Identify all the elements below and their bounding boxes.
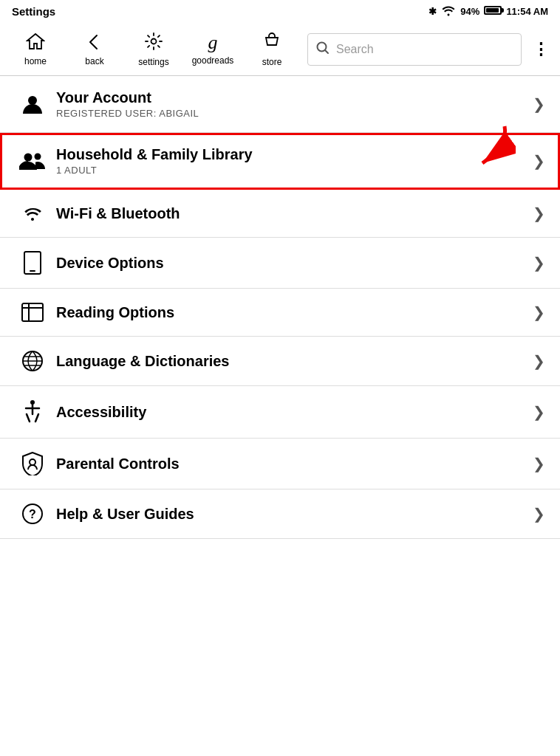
settings-list: Your Account REGISTERED USER: ABIGAIL ❯ [0, 76, 560, 539]
household-subtitle: 1 ADULT [56, 165, 533, 176]
device-text: Device Options [50, 255, 533, 272]
language-icon [15, 350, 50, 372]
help-chevron: ❯ [533, 505, 545, 523]
language-chevron: ❯ [533, 352, 545, 370]
search-icon [315, 41, 330, 58]
goodreads-label: goodreads [192, 55, 234, 66]
account-chevron: ❯ [533, 95, 545, 113]
svg-point-0 [151, 38, 157, 44]
language-title: Language & Dictionaries [56, 353, 533, 370]
wifi-bt-icon [15, 203, 50, 224]
svg-text:?: ? [29, 508, 36, 520]
svg-point-5 [35, 154, 41, 160]
reading-title: Reading Options [56, 304, 533, 321]
more-menu-button[interactable]: ⋮ [527, 33, 554, 66]
back-label: back [85, 56, 103, 66]
parental-title: Parental Controls [56, 456, 533, 472]
nav-home[interactable]: home [6, 23, 65, 76]
settings-item-accessibility[interactable]: Accessibility ❯ [0, 386, 560, 439]
status-bar: Settings ✱ 94% 11:54 AM [0, 0, 560, 23]
wifi-title: Wi-Fi & Bluetooth [56, 205, 533, 222]
device-icon [15, 251, 50, 275]
settings-item-help[interactable]: ? Help & User Guides ❯ [0, 489, 560, 539]
svg-point-4 [24, 154, 33, 162]
settings-item-household[interactable]: Household & Family Library 1 ADULT ❯ [0, 133, 560, 190]
accessibility-icon [15, 399, 50, 425]
nav-goodreads[interactable]: g goodreads [183, 23, 242, 76]
store-icon [262, 32, 281, 54]
back-icon [85, 32, 104, 53]
wifi-chevron: ❯ [533, 205, 545, 222]
household-icon [15, 151, 50, 171]
settings-item-parental[interactable]: Parental Controls ❯ [0, 439, 560, 489]
time-display: 11:54 AM [506, 6, 548, 17]
status-indicators: ✱ 94% 11:54 AM [428, 4, 548, 18]
account-subtitle: REGISTERED USER: ABIGAIL [56, 108, 533, 119]
home-label: home [24, 56, 47, 66]
svg-rect-8 [22, 303, 43, 321]
settings-item-your-account[interactable]: Your Account REGISTERED USER: ABIGAIL ❯ [0, 76, 560, 133]
parental-chevron: ❯ [533, 455, 545, 472]
goodreads-icon: g [208, 33, 218, 52]
language-text: Language & Dictionaries [50, 353, 533, 370]
device-chevron: ❯ [533, 254, 545, 272]
help-text: Help & User Guides [50, 506, 533, 523]
help-icon: ? [15, 503, 50, 525]
settings-item-language[interactable]: Language & Dictionaries ❯ [0, 337, 560, 386]
settings-label: settings [138, 57, 168, 67]
settings-item-wifi[interactable]: Wi-Fi & Bluetooth ❯ [0, 190, 560, 238]
accessibility-title: Accessibility [56, 404, 533, 421]
wifi-text: Wi-Fi & Bluetooth [50, 205, 533, 222]
nav-settings[interactable]: settings [124, 23, 183, 76]
device-title: Device Options [56, 255, 533, 272]
account-title: Your Account [56, 89, 533, 106]
parental-icon [15, 452, 50, 475]
account-text: Your Account REGISTERED USER: ABIGAIL [50, 89, 533, 119]
search-placeholder: Search [336, 43, 374, 56]
parental-text: Parental Controls [50, 456, 533, 472]
app-title: Settings [12, 5, 55, 18]
settings-icon [144, 32, 163, 54]
accessibility-chevron: ❯ [533, 403, 545, 421]
reading-chevron: ❯ [533, 303, 545, 321]
battery-percentage: 94% [460, 6, 479, 17]
household-text: Household & Family Library 1 ADULT [50, 146, 533, 176]
bluetooth-icon: ✱ [428, 6, 437, 17]
nav-store[interactable]: store [242, 23, 301, 76]
reading-text: Reading Options [50, 304, 533, 321]
settings-item-reading[interactable]: Reading Options ❯ [0, 289, 560, 337]
account-icon [15, 93, 50, 115]
svg-point-2 [28, 96, 37, 105]
search-bar[interactable]: Search [307, 33, 522, 66]
nav-back[interactable]: back [65, 23, 124, 76]
battery-icon [484, 6, 502, 17]
household-title: Household & Family Library [56, 146, 533, 163]
store-label: store [262, 57, 282, 67]
settings-item-device[interactable]: Device Options ❯ [0, 238, 560, 289]
wifi-icon [441, 4, 456, 18]
household-chevron: ❯ [533, 152, 545, 170]
help-title: Help & User Guides [56, 506, 533, 523]
accessibility-text: Accessibility [50, 404, 533, 421]
svg-point-14 [30, 459, 35, 465]
nav-bar: home back settings g goodreads [6, 23, 301, 76]
toolbar: home back settings g goodreads [0, 23, 560, 76]
home-icon [26, 32, 45, 53]
reading-icon [15, 302, 50, 323]
